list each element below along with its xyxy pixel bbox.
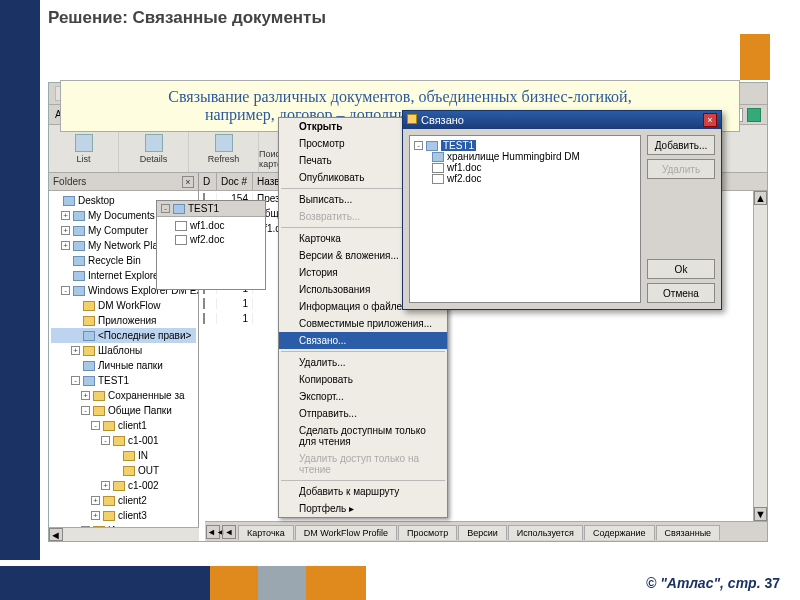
folder-icon <box>83 316 95 326</box>
menu-item[interactable]: Связано... <box>279 332 447 349</box>
close-icon[interactable]: × <box>182 176 194 188</box>
ok-button[interactable]: Ok <box>647 259 715 279</box>
tree-item[interactable]: <Последние прави> <box>51 328 196 343</box>
dialog-title: Связано <box>421 114 464 126</box>
tab-просмотр[interactable]: Просмотр <box>398 525 457 540</box>
scrollbar-v[interactable]: ▲▼ <box>753 191 767 521</box>
menu-item[interactable]: Удалить... <box>279 354 447 371</box>
tree-item[interactable]: DM WorkFlow <box>51 298 196 313</box>
menu-item: Удалить доступ только на чтение <box>279 450 447 478</box>
folder-icon <box>83 361 95 371</box>
tab-используется[interactable]: Используется <box>508 525 583 540</box>
folder-icon <box>93 391 105 401</box>
folders-title: Folders <box>53 176 86 187</box>
menu-item[interactable]: Копировать <box>279 371 447 388</box>
toolbar-refresh[interactable]: Refresh <box>189 125 259 172</box>
tree-item[interactable]: -TEST1 <box>51 373 196 388</box>
tree-item[interactable]: OUT <box>51 463 196 478</box>
tab-карточка[interactable]: Карточка <box>238 525 294 540</box>
tab-nav[interactable]: ◄◄ <box>206 525 220 539</box>
folder-icon <box>83 301 95 311</box>
folder-icon <box>83 331 95 341</box>
folder-icon <box>103 421 115 431</box>
cancel-button[interactable]: Отмена <box>647 283 715 303</box>
toolbar-icon <box>145 134 163 152</box>
folder-icon <box>73 241 85 251</box>
toolbar-icon <box>215 134 233 152</box>
toolbar-details[interactable]: Details <box>119 125 189 172</box>
folder-icon <box>123 451 135 461</box>
add-button[interactable]: Добавить... <box>647 135 715 155</box>
folder-icon <box>63 196 75 206</box>
tree-item[interactable]: -client1 <box>51 418 196 433</box>
dialog-tree-item[interactable]: wf1.doc <box>414 162 636 173</box>
list-item[interactable]: wf2.doc <box>161 233 261 247</box>
tree-item[interactable]: +Шаблоны <box>51 343 196 358</box>
floating-tree-panel[interactable]: -TEST1 wf1.docwf2.doc <box>156 200 266 290</box>
list-item[interactable]: wf1.doc <box>161 219 261 233</box>
column-header[interactable]: Doc # <box>217 173 253 190</box>
folder-icon <box>83 376 95 386</box>
tree-item[interactable]: Приложения <box>51 313 196 328</box>
menu-item[interactable]: Отправить... <box>279 405 447 422</box>
left-accent-bar <box>0 0 40 560</box>
menu-item[interactable]: Экспорт... <box>279 388 447 405</box>
folder-icon <box>83 346 95 356</box>
tab-содержание[interactable]: Содержание <box>584 525 655 540</box>
folder-icon <box>73 256 85 266</box>
tree-item[interactable]: +client2 <box>51 493 196 508</box>
bottom-tabs[interactable]: ◄◄◄КарточкаDM WorkFlow ProfileПросмотрВе… <box>205 521 767 541</box>
toolbar-list[interactable]: List <box>49 125 119 172</box>
tree-item[interactable]: IN <box>51 448 196 463</box>
folder-icon <box>73 211 85 221</box>
slide-footer: © "Атлас", стр. 37 <box>0 566 800 600</box>
folder-icon <box>103 496 115 506</box>
folder-icon <box>93 406 105 416</box>
folder-icon <box>103 511 115 521</box>
tab-dm-workflow-profile[interactable]: DM WorkFlow Profile <box>295 525 397 540</box>
tree-item[interactable]: +client3 <box>51 508 196 523</box>
remove-button[interactable]: Удалить <box>647 159 715 179</box>
tab-nav[interactable]: ◄ <box>222 525 236 539</box>
menu-item[interactable]: Портфель ▸ <box>279 500 447 517</box>
slide-title: Решение: Связанные документы <box>48 8 326 28</box>
menu-item[interactable]: Добавить к маршруту <box>279 483 447 500</box>
tab-связанные[interactable]: Связанные <box>656 525 721 540</box>
folder-icon <box>73 226 85 236</box>
linked-dialog[interactable]: Связано × -TEST1хранилище Hummingbird DM… <box>402 110 722 310</box>
menu-item[interactable]: Сделать доступным только для чтения <box>279 422 447 450</box>
go-button[interactable] <box>747 108 761 122</box>
accent-orange <box>740 34 770 80</box>
folder-icon <box>73 271 85 281</box>
folder-icon <box>73 286 85 296</box>
tab-версии[interactable]: Версии <box>458 525 507 540</box>
folder-icon <box>113 436 125 446</box>
tree-item[interactable]: +c1-002 <box>51 478 196 493</box>
tree-item[interactable]: Личные папки <box>51 358 196 373</box>
tree-item[interactable]: -Общие Папки <box>51 403 196 418</box>
dialog-tree-item[interactable]: wf2.doc <box>414 173 636 184</box>
tree-item[interactable]: -c1-001 <box>51 433 196 448</box>
toolbar-icon <box>75 134 93 152</box>
folder-icon <box>113 481 125 491</box>
column-header[interactable]: D <box>199 173 217 190</box>
menu-item[interactable]: Совместимые приложения... <box>279 315 447 332</box>
folder-icon <box>123 466 135 476</box>
dialog-tree-item[interactable]: хранилище Hummingbird DM <box>414 151 636 162</box>
tree-item[interactable]: +Сохраненные за <box>51 388 196 403</box>
dialog-tree[interactable]: -TEST1хранилище Hummingbird DMwf1.docwf2… <box>409 135 641 303</box>
dialog-close-icon[interactable]: × <box>703 113 717 127</box>
